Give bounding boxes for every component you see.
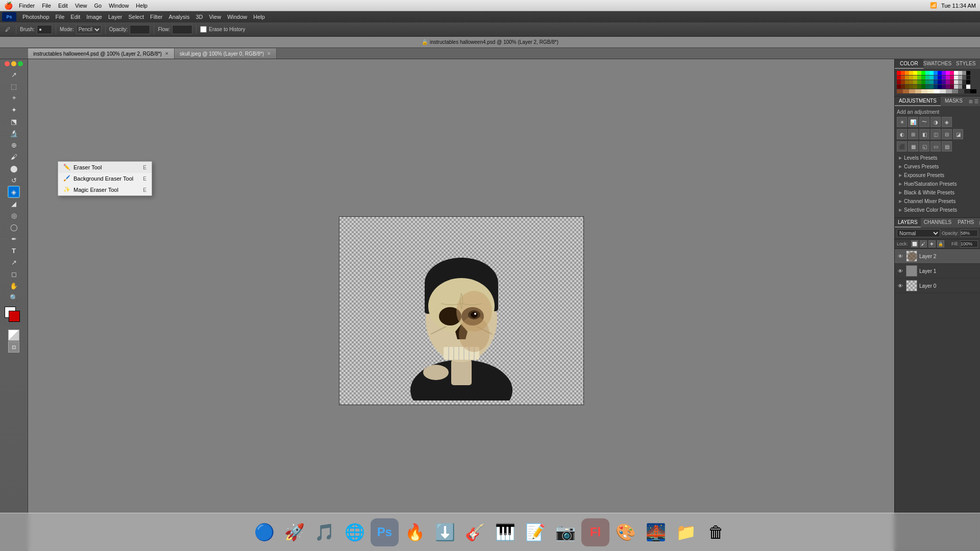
layer-0-visibility[interactable]: 👁 — [897, 282, 904, 289]
erase-history-checkbox[interactable] — [200, 26, 207, 33]
layer-1-visibility[interactable]: 👁 — [897, 267, 904, 274]
dock-illustrator[interactable]: 🎨 — [611, 518, 640, 546]
adj-invert-btn[interactable]: ⬛ — [897, 141, 907, 152]
ps-menu-image[interactable]: Image — [86, 14, 102, 20]
dock-garageband[interactable]: 🎹 — [491, 518, 519, 546]
sw3-17[interactable] — [962, 80, 966, 84]
sw5-9[interactable] — [946, 89, 952, 93]
adj-channelmixer-btn[interactable]: ⊟ — [942, 129, 952, 139]
sw4-9[interactable] — [929, 85, 934, 89]
swatch-dark-blue[interactable] — [938, 71, 942, 75]
adj-exposure-btn[interactable]: ◑ — [930, 117, 941, 127]
canvas-area[interactable]: ✏️ Eraser Tool E 🖌️ Background Eraser To… — [28, 59, 894, 551]
swatch-yellow[interactable] — [909, 71, 913, 75]
sw4-10[interactable] — [934, 85, 938, 89]
sw5-4[interactable] — [915, 89, 921, 93]
ps-menu-view[interactable]: View — [209, 14, 221, 20]
tab-paths[interactable]: PATHS — [954, 218, 977, 228]
ps-menu-window[interactable]: Window — [227, 14, 247, 20]
sw2-6[interactable] — [917, 76, 921, 80]
sw3-4[interactable] — [909, 80, 913, 84]
mac-menu-help[interactable]: Help — [136, 3, 148, 9]
sw2-8[interactable] — [925, 76, 929, 80]
preset-levels[interactable]: ▶ Levels Presets — [897, 154, 978, 162]
eyedropper-btn[interactable]: 🔬 — [8, 128, 19, 139]
preset-selective[interactable]: ▶ Selective Color Presets — [897, 206, 978, 214]
sw3-6[interactable] — [917, 80, 921, 84]
dock-itunes2[interactable]: 🎸 — [461, 518, 489, 546]
sw5-7[interactable] — [934, 89, 940, 93]
preset-channelmixer[interactable]: ▶ Channel Mixer Presets — [897, 197, 978, 206]
tab-channels[interactable]: CHANNELS — [921, 218, 954, 228]
sw4-15[interactable] — [954, 85, 958, 89]
opacity-input-layers[interactable] — [960, 230, 978, 237]
layer-row-2[interactable]: 👁 Layer 2 — [895, 249, 980, 264]
mac-menu-file[interactable]: File — [42, 3, 51, 9]
adj-selective-btn[interactable]: ▤ — [942, 141, 952, 152]
swatch-black[interactable] — [966, 71, 970, 75]
dock-sticky[interactable]: 📝 — [521, 518, 549, 546]
hand-btn[interactable]: ✋ — [8, 280, 19, 291]
sw2-17[interactable] — [962, 76, 966, 80]
preset-curves[interactable]: ▶ Curves Presets — [897, 162, 978, 171]
layer-row-0[interactable]: 👁 Layer 0 — [895, 279, 980, 293]
ps-menu-filter[interactable]: Filter — [150, 14, 162, 20]
mac-menu-view[interactable]: View — [75, 3, 87, 9]
adj-colorbw-btn[interactable]: ◪ — [953, 129, 963, 139]
sw2-12[interactable] — [942, 76, 946, 80]
adj-gradmap-btn[interactable]: ▭ — [930, 141, 941, 152]
sw4-17[interactable] — [962, 85, 966, 89]
swatch-orange[interactable] — [905, 71, 909, 75]
swatch-yellow-green[interactable] — [917, 71, 921, 75]
dodge-btn[interactable]: ◯ — [8, 221, 19, 233]
eraser-btn[interactable]: ◈ — [8, 186, 19, 197]
sw5-2[interactable] — [903, 89, 909, 93]
sw2-9[interactable] — [929, 76, 934, 80]
sw4-8[interactable] — [925, 85, 929, 89]
sw2-5[interactable] — [913, 76, 917, 80]
sw2-14[interactable] — [950, 76, 954, 80]
sw3-11[interactable] — [938, 80, 942, 84]
dock-itunes[interactable]: 🎵 — [310, 518, 338, 546]
sw2-18[interactable] — [966, 76, 970, 80]
sw3-8[interactable] — [925, 80, 929, 84]
type-btn[interactable]: T — [8, 245, 19, 256]
sw2-7[interactable] — [921, 76, 925, 80]
sw3-3[interactable] — [905, 80, 909, 84]
zoom-btn[interactable]: 🔍 — [8, 292, 19, 303]
window-maximize[interactable] — [18, 61, 23, 66]
sw4-5[interactable] — [913, 85, 917, 89]
ps-menu-photoshop[interactable]: Photoshop — [22, 14, 50, 20]
adj-hsl-btn[interactable]: ◐ — [897, 129, 907, 139]
ctx-eraser-tool[interactable]: ✏️ Eraser Tool E — [58, 162, 152, 173]
dock-flash[interactable]: Fl — [581, 518, 609, 546]
swatch-light-gray[interactable] — [958, 71, 962, 75]
swatch-white[interactable] — [954, 71, 958, 75]
screen-mode-btn[interactable]: ⊡ — [8, 341, 19, 353]
path-select-btn[interactable]: ↗ — [8, 257, 19, 268]
sw5-10[interactable] — [952, 89, 958, 93]
canvas-wrapper[interactable] — [339, 216, 584, 405]
dock-facetime[interactable]: 📷 — [551, 518, 579, 546]
blur-btn[interactable]: ◎ — [8, 210, 19, 221]
sw4-12[interactable] — [942, 85, 946, 89]
dock-bridge[interactable]: 🌉 — [642, 518, 670, 546]
sw3-16[interactable] — [958, 80, 962, 84]
tab-masks[interactable]: MASKS — [941, 96, 967, 106]
dock-launchpad[interactable]: 🚀 — [280, 518, 308, 546]
dock-chrome[interactable]: 🌐 — [340, 518, 369, 546]
sw4-11[interactable] — [938, 85, 942, 89]
opacity-input[interactable]: 100% — [130, 25, 150, 34]
sw4-6[interactable] — [917, 85, 921, 89]
brush-size-input[interactable] — [37, 25, 52, 34]
window-minimize[interactable] — [11, 61, 16, 66]
sw3-10[interactable] — [934, 80, 938, 84]
adj-brightness-btn[interactable]: ☀ — [897, 117, 907, 127]
sw2-15[interactable] — [954, 76, 958, 80]
preset-hsl[interactable]: ▶ Hue/Saturation Presets — [897, 180, 978, 188]
tab-skull[interactable]: skull.jpeg @ 100% (Layer 0, RGB/8*) ✕ — [175, 48, 277, 59]
ps-menu-select[interactable]: Select — [128, 14, 144, 20]
adj-curves-btn[interactable]: 〜 — [919, 117, 929, 127]
lock-transparency-btn[interactable]: ⬜ — [911, 240, 918, 247]
sw5-5[interactable] — [921, 89, 927, 93]
